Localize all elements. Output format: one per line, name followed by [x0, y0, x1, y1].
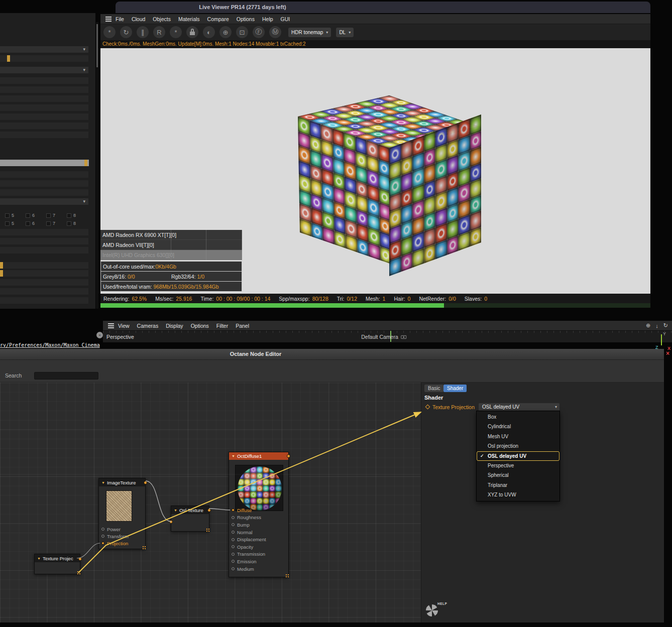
projection-select[interactable]: OSL delayed UV ▾	[479, 403, 559, 411]
lock-resolution-icon[interactable]	[186, 26, 198, 38]
slider-handle[interactable]	[0, 270, 3, 277]
gpu-row[interactable]: AMD Radeon RX 6900 XT[T][0]	[100, 230, 242, 240]
option-osl-delayed-uv[interactable]: ✓OSL delayed UV	[477, 451, 559, 461]
param-transmission[interactable]: Transmission	[229, 551, 288, 558]
menu-compare[interactable]: Compare	[207, 16, 229, 22]
tab-shader[interactable]: Shader	[443, 385, 467, 392]
output-port[interactable]	[78, 557, 82, 561]
param-power[interactable]: Power	[99, 526, 145, 533]
settings-field[interactable]	[0, 113, 88, 120]
settings-field[interactable]	[0, 247, 88, 254]
menu-gui[interactable]: GUI	[281, 16, 290, 22]
option-triplanar[interactable]: Triplanar	[477, 480, 559, 490]
settings-slider[interactable]	[0, 262, 88, 269]
render-region-add-icon[interactable]: ⊕	[219, 26, 232, 38]
checkbox[interactable]	[67, 221, 71, 226]
slider-handle[interactable]	[7, 55, 10, 62]
rotate-view-icon[interactable]: ↻	[663, 322, 668, 329]
settings-field[interactable]	[0, 171, 88, 178]
settings-dropdown[interactable]: ▾	[0, 198, 88, 205]
clay-mode-icon[interactable]: ◐	[203, 26, 215, 38]
settings-field[interactable]	[0, 132, 88, 138]
settings-field[interactable]	[0, 189, 88, 196]
settings-field[interactable]	[0, 104, 88, 111]
settings-slider[interactable]	[0, 55, 88, 62]
denoise-icon[interactable]: *	[103, 26, 116, 38]
region-render-icon[interactable]: R	[153, 26, 165, 38]
menu-materials[interactable]: Materials	[178, 16, 200, 22]
search-input[interactable]	[34, 372, 98, 380]
node-oct-diffuse[interactable]: ▼OctDiffuse1 DiffuseRoughnessBumpNormalD…	[229, 452, 289, 577]
collapse-triangle-icon[interactable]: ▼	[101, 481, 105, 484]
settings-field[interactable]	[0, 180, 88, 187]
settings-slider-wide[interactable]	[0, 160, 89, 166]
param-medium[interactable]: Medium	[229, 565, 288, 573]
node-image-texture[interactable]: ▼ImageTexture PowerTransformProjection	[98, 478, 146, 549]
collapse-triangle-icon[interactable]: ▼	[37, 557, 41, 560]
gpu-row[interactable]: AMD Radeon VII[T][0]	[100, 240, 242, 250]
settings-field[interactable]	[0, 288, 88, 295]
focus-picker-icon[interactable]: Ⓕ	[253, 26, 265, 38]
resize-handle[interactable]	[286, 574, 287, 575]
settings-field[interactable]	[0, 297, 88, 304]
menu-filter[interactable]: Filter	[216, 323, 228, 329]
close-icon[interactable]: ×	[96, 332, 103, 338]
resize-handle[interactable]	[143, 546, 144, 547]
settings-field[interactable]	[0, 122, 88, 129]
picking-mode-icon[interactable]: ⊡	[236, 26, 248, 38]
output-port[interactable]	[207, 509, 211, 512]
slider-handle[interactable]	[0, 262, 3, 269]
settings-dropdown[interactable]: ▾	[0, 46, 88, 53]
param-diffuse[interactable]: Diffuse	[229, 507, 288, 514]
output-port[interactable]	[287, 454, 290, 458]
hamburger-menu-icon[interactable]	[105, 17, 111, 18]
option-box[interactable]: Box	[477, 412, 559, 422]
param-normal[interactable]: Normal	[229, 529, 288, 536]
menu-help[interactable]: Help	[262, 16, 273, 22]
menu-objects[interactable]: Objects	[153, 16, 171, 22]
node-graph-canvas[interactable]: ▼Texture Projec ▼ImageTexture PowerTrans…	[0, 383, 421, 622]
scrollbar-thumb[interactable]	[96, 24, 98, 67]
checkbox[interactable]	[5, 213, 10, 218]
param-bump[interactable]: Bump	[229, 521, 288, 529]
node-header[interactable]: ▼OctDiffuse1	[229, 452, 288, 460]
settings-field[interactable]	[0, 229, 88, 235]
settings-slider[interactable]	[0, 270, 88, 277]
slider-handle[interactable]	[84, 160, 87, 166]
menu-cloud[interactable]: Cloud	[132, 16, 145, 22]
minimize-view-icon[interactable]: ↓	[655, 323, 658, 329]
camera-label[interactable]: Default Camera	[361, 334, 406, 340]
param-projection[interactable]: Projection	[99, 540, 145, 547]
resize-handle[interactable]	[77, 571, 78, 572]
menu-options[interactable]: Options	[191, 323, 209, 329]
output-port[interactable]	[144, 481, 147, 484]
material-picker-icon[interactable]: Ⓜ	[269, 26, 281, 38]
checkbox[interactable]	[67, 213, 71, 218]
option-mesh-uv[interactable]: Mesh UV	[477, 432, 559, 441]
checkbox[interactable]	[26, 221, 30, 226]
menu-view[interactable]: View	[118, 323, 130, 329]
menu-panel[interactable]: Panel	[236, 323, 249, 329]
tonemap-dropdown[interactable]: HDR tonemap ▾	[288, 28, 331, 37]
hamburger-menu-icon[interactable]	[108, 323, 114, 324]
menu-options[interactable]: Options	[237, 16, 255, 22]
option-osl-projection[interactable]: Osl projection	[477, 441, 559, 451]
node-header[interactable]: ▼Texture Projec	[35, 554, 80, 562]
param-transform[interactable]: Transform	[99, 533, 145, 540]
pan-view-icon[interactable]: ⊕	[646, 322, 650, 329]
settings-field[interactable]	[0, 95, 88, 102]
checkbox[interactable]	[5, 221, 10, 226]
settings-field[interactable]	[0, 279, 88, 286]
node-header[interactable]: ▼Osl Texture	[171, 506, 209, 514]
param-emission[interactable]: Emission	[229, 558, 288, 565]
param-roughness[interactable]: Roughness	[229, 514, 288, 522]
node-header[interactable]: ▼ImageTexture	[99, 478, 145, 486]
gpu-row-disabled[interactable]: Intel(R) UHD Graphics 630[][0]	[100, 250, 242, 260]
checkbox[interactable]	[26, 213, 30, 218]
menu-file[interactable]: File	[116, 16, 124, 22]
settings-field[interactable]	[0, 86, 88, 93]
close-icon[interactable]: ×	[666, 350, 669, 357]
render-settings-icon[interactable]: *	[170, 26, 182, 38]
node-editor-titlebar[interactable]: Octane Node Editor	[0, 349, 664, 360]
render-viewport[interactable]: AMD Radeon RX 6900 XT[T][0] AMD Radeon V…	[100, 48, 650, 294]
